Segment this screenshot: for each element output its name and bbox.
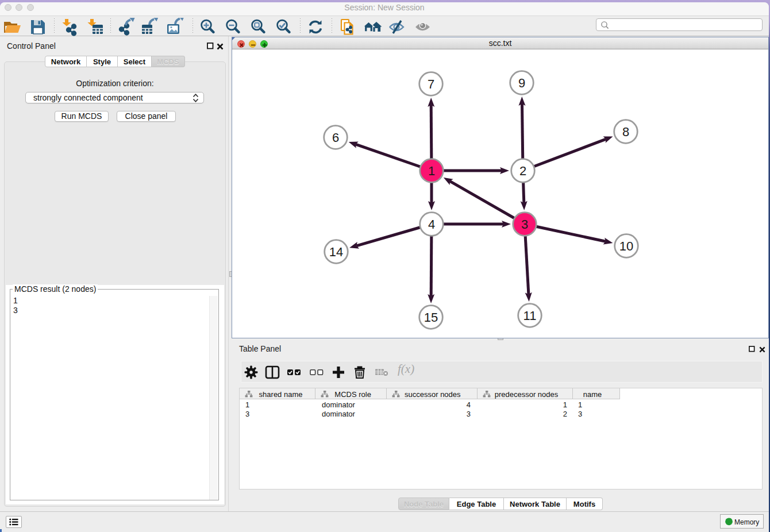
svg-text:7: 7 bbox=[428, 77, 434, 91]
svg-text:14: 14 bbox=[329, 245, 343, 259]
svg-text:4: 4 bbox=[428, 217, 435, 232]
svg-text:10: 10 bbox=[619, 239, 633, 253]
svg-text:9: 9 bbox=[518, 76, 525, 90]
svg-text:8: 8 bbox=[622, 125, 629, 139]
svg-text:15: 15 bbox=[424, 310, 438, 325]
svg-text:3: 3 bbox=[521, 217, 528, 232]
svg-text:6: 6 bbox=[332, 130, 339, 145]
svg-text:11: 11 bbox=[523, 309, 537, 323]
svg-text:1: 1 bbox=[428, 164, 435, 178]
svg-text:2: 2 bbox=[519, 164, 526, 178]
